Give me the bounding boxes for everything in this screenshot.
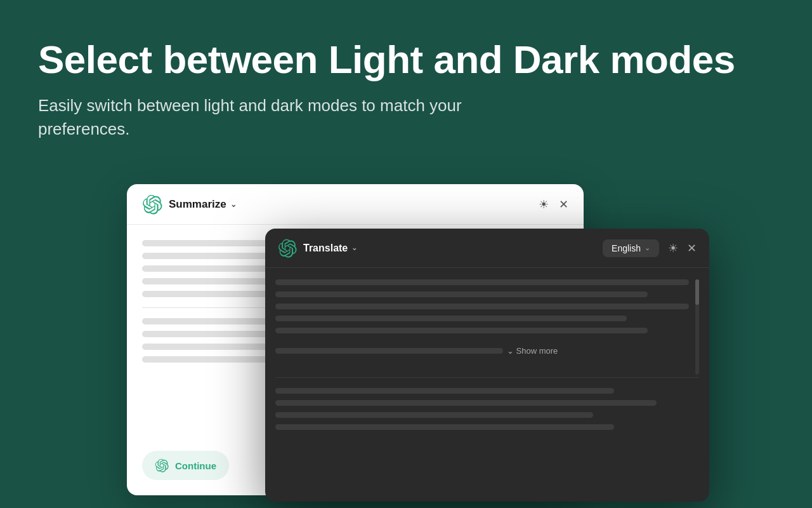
dark-panel-theme-icon[interactable]: ☀ (668, 241, 678, 255)
continue-button-label: Continue (175, 460, 216, 471)
hero-title: Select between Light and Dark modes (38, 38, 774, 81)
show-more-chevron-icon: ⌄ (507, 346, 514, 356)
dark-panel-header: Translate ⌄ English ⌄ ☀ ✕ (265, 229, 709, 268)
dark-skel-1 (275, 279, 689, 285)
light-panel-title: Summarize ⌄ (169, 198, 237, 211)
continue-logo-icon (155, 458, 169, 472)
dark-top-section: ⌄ Show more (275, 279, 699, 375)
dark-skel-3 (275, 304, 689, 309)
dark-scrollbar[interactable] (695, 279, 699, 375)
show-more-text[interactable]: ⌄ Show more (507, 346, 558, 356)
light-panel-chevron-icon: ⌄ (230, 200, 237, 209)
language-chevron-icon: ⌄ (645, 244, 650, 252)
dark-skel-5 (275, 328, 648, 333)
light-panel-theme-icon[interactable]: ☀ (539, 197, 549, 211)
dark-top-lines: ⌄ Show more (275, 279, 689, 375)
dark-panel-close-icon[interactable]: ✕ (687, 241, 697, 255)
language-label: English (612, 243, 641, 253)
hero-section: Select between Light and Dark modes Easi… (38, 38, 774, 140)
dark-skel-4 (275, 316, 627, 321)
dark-panel: Translate ⌄ English ⌄ ☀ ✕ (265, 229, 709, 502)
dark-bottom-lines (275, 388, 699, 430)
dark-content-area: ⌄ Show more (275, 279, 699, 436)
dark-skel-7 (275, 400, 657, 406)
dark-skel-2 (275, 291, 648, 297)
dark-panel-logo-icon (278, 239, 297, 258)
dark-scrollbar-thumb (695, 279, 699, 305)
dark-skel-9 (275, 424, 614, 430)
language-dropdown[interactable]: English ⌄ (603, 239, 659, 257)
dark-panel-title: Translate ⌄ (303, 243, 357, 254)
dark-skel-8 (275, 412, 593, 418)
continue-button[interactable]: Continue (142, 451, 229, 480)
show-more-bar (275, 348, 503, 354)
show-more-row: ⌄ Show more (275, 340, 689, 366)
light-panel-header: Summarize ⌄ ☀ ✕ (127, 184, 584, 225)
dark-panel-controls: English ⌄ ☀ ✕ (603, 239, 697, 257)
dark-panel-divider (275, 377, 699, 378)
dark-skel-6 (275, 388, 614, 394)
hero-subtitle: Easily switch between light and dark mod… (38, 94, 533, 140)
light-panel-close-icon[interactable]: ✕ (559, 197, 568, 211)
light-panel-logo-icon (142, 194, 162, 215)
dark-panel-body: ⌄ Show more (265, 268, 709, 436)
dark-panel-chevron-icon: ⌄ (351, 244, 357, 252)
light-panel-controls: ☀ ✕ (539, 197, 568, 211)
